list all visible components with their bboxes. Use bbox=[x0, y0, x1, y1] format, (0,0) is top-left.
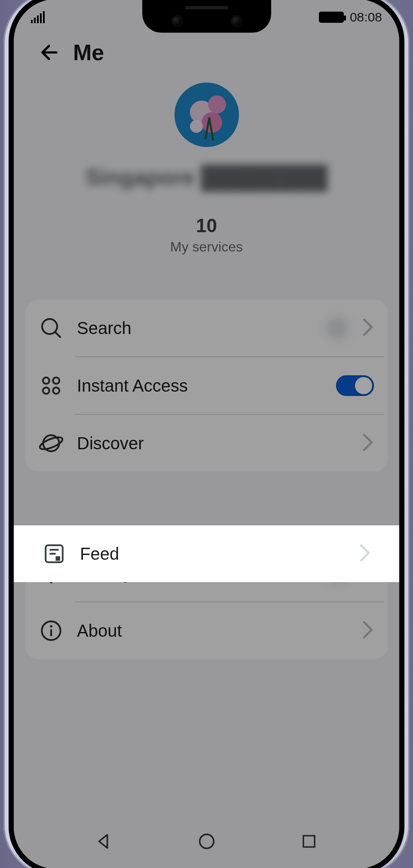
info-icon bbox=[39, 619, 63, 643]
menu-item-search[interactable]: Search bbox=[29, 300, 384, 356]
back-button[interactable] bbox=[39, 41, 61, 64]
nav-back-button[interactable] bbox=[92, 829, 116, 853]
menu-item-label: Instant Access bbox=[77, 376, 322, 396]
menu-item-discover[interactable]: Discover bbox=[29, 415, 384, 472]
apps-icon bbox=[39, 374, 63, 398]
arrow-left-icon bbox=[39, 41, 61, 64]
svg-point-6 bbox=[43, 377, 49, 384]
chevron-right-icon bbox=[362, 318, 374, 338]
menu-item-label: Search bbox=[77, 319, 313, 338]
menu-item-feed[interactable]: Feed bbox=[14, 525, 399, 582]
menu-item-instant-access[interactable]: Instant Access bbox=[29, 357, 384, 414]
service-count-label: My services bbox=[31, 239, 382, 255]
menu-card-1: Search Instant Access bbox=[25, 300, 388, 472]
chevron-right-icon bbox=[362, 433, 374, 454]
svg-point-2 bbox=[208, 95, 226, 113]
avatar[interactable] bbox=[174, 83, 239, 147]
feed-icon bbox=[42, 542, 66, 566]
instant-access-toggle[interactable] bbox=[336, 375, 374, 396]
status-time: 08:08 bbox=[350, 10, 382, 25]
svg-point-9 bbox=[53, 387, 59, 394]
system-nav-bar bbox=[14, 828, 399, 854]
nav-home-button[interactable] bbox=[195, 829, 219, 853]
svg-rect-18 bbox=[56, 556, 61, 561]
signal-icon bbox=[31, 11, 45, 23]
page-title: Me bbox=[73, 40, 104, 65]
svg-point-14 bbox=[50, 625, 52, 628]
svg-rect-16 bbox=[303, 836, 315, 847]
search-icon bbox=[39, 316, 63, 340]
svg-point-4 bbox=[190, 120, 203, 133]
user-display-name: Singapore ████████ bbox=[31, 164, 382, 190]
device-notch bbox=[142, 0, 271, 33]
nav-recent-button[interactable] bbox=[297, 829, 321, 853]
planet-icon bbox=[39, 431, 63, 455]
menu-item-about[interactable]: About bbox=[29, 602, 384, 659]
badge-blur bbox=[327, 317, 348, 339]
svg-point-15 bbox=[199, 834, 214, 849]
profile-section: Singapore ████████ 10 My services bbox=[14, 70, 399, 281]
menu-item-label: Feed bbox=[80, 544, 345, 564]
svg-point-8 bbox=[43, 387, 49, 394]
service-count[interactable]: 10 bbox=[31, 215, 382, 236]
svg-point-11 bbox=[39, 435, 63, 451]
battery-icon bbox=[319, 12, 344, 23]
chevron-right-icon bbox=[362, 620, 374, 641]
svg-point-7 bbox=[53, 377, 59, 384]
menu-item-label: About bbox=[77, 621, 348, 641]
menu-item-label: Discover bbox=[77, 434, 348, 453]
chevron-right-icon bbox=[359, 543, 371, 564]
